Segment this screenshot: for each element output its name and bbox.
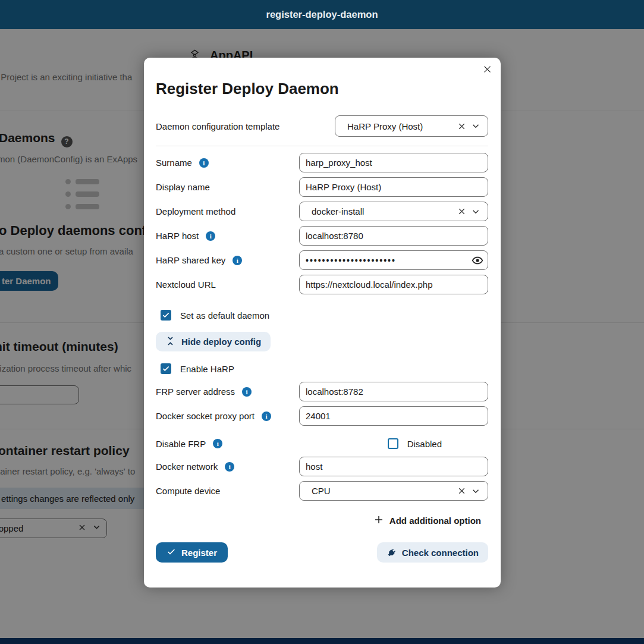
template-row: Daemon configuration template HaRP Proxy… [156,115,488,137]
chevron-down-icon[interactable] [469,205,483,219]
disable-frp-row: Disable FRPi Disabled [156,438,488,449]
register-deploy-daemon-modal: Register Deploy Daemon Daemon configurat… [144,58,501,588]
clear-icon[interactable] [454,205,469,219]
chevron-down-icon[interactable] [469,484,483,498]
modal-title: Register Deploy Daemon [156,78,488,99]
display-name-label: Display name [156,182,210,192]
info-icon[interactable]: i [233,256,242,265]
top-header-bar: register-deploy-daemon [0,0,644,29]
info-icon[interactable]: i [225,462,234,472]
set-default-daemon-label[interactable]: Set as default daemon [180,310,269,321]
docker-network-label: Docker network [156,461,218,472]
docker-socket-port-label: Docker socket proxy port [156,411,255,421]
plus-icon [373,514,384,527]
clear-icon[interactable] [454,119,469,133]
info-icon[interactable]: i [206,231,215,241]
page-title: register-deploy-daemon [266,9,378,20]
enable-harp-checkbox[interactable] [161,363,171,374]
compute-device-select[interactable]: CPU [299,481,488,501]
info-icon[interactable]: i [199,158,209,168]
harp-host-input[interactable] [299,226,488,246]
info-icon[interactable]: i [242,387,252,397]
deployment-method-label: Deployment method [156,206,235,216]
docker-network-row: Docker networki [156,457,488,476]
docker-socket-port-input[interactable] [299,406,488,426]
harp-host-row: HaRP hosti [156,226,488,246]
enable-harp-row: Enable HaRP [161,363,488,374]
collapse-icon [165,336,175,348]
deployment-method-select[interactable]: docker-install [299,202,488,221]
check-icon [167,547,176,558]
divider [156,146,488,146]
disabled-label[interactable]: Disabled [407,439,442,449]
nextcloud-url-row: Nextcloud URL [156,275,488,294]
harp-shared-key-row: HaRP shared keyi [156,250,488,270]
set-default-daemon-row: Set as default daemon [161,310,488,321]
show-password-eye-icon[interactable] [472,255,483,266]
clear-icon[interactable] [454,484,469,498]
surname-label: Surname [156,158,192,168]
nextcloud-url-label: Nextcloud URL [156,279,216,290]
template-select[interactable]: HaRP Proxy (Host) [335,115,488,137]
surname-input[interactable] [299,153,488,172]
harp-host-label: HaRP host [156,231,199,241]
plug-icon [384,545,398,560]
deployment-method-row: Deployment method docker-install [156,202,488,221]
info-icon[interactable]: i [213,439,222,448]
docker-socket-port-row: Docker socket proxy porti [156,406,488,426]
disable-frp-checkbox[interactable] [388,438,398,449]
set-default-daemon-checkbox[interactable] [161,310,171,321]
chevron-down-icon[interactable] [469,119,483,133]
display-name-row: Display name [156,177,488,197]
hide-deploy-config-button[interactable]: Hide deploy config [156,332,271,351]
compute-device-row: Compute device CPU [156,481,488,501]
harp-shared-key-label: HaRP shared key [156,255,225,265]
surname-row: Surnamei [156,153,488,172]
compute-device-label: Compute device [156,486,220,496]
nextcloud-url-input[interactable] [299,275,488,294]
enable-harp-label[interactable]: Enable HaRP [180,364,234,374]
frp-server-row: FRP server addressi [156,382,488,401]
info-icon[interactable]: i [262,411,271,421]
frp-server-input[interactable] [299,382,488,401]
docker-network-input[interactable] [299,457,488,476]
harp-shared-key-input[interactable] [299,250,488,270]
disable-frp-label: Disable FRP [156,439,206,449]
register-button[interactable]: Register [156,542,228,563]
add-additional-option-button[interactable]: Add additional option [373,514,481,527]
check-connection-button[interactable]: Check connection [377,542,488,563]
display-name-input[interactable] [299,177,488,197]
template-label: Daemon configuration template [156,121,279,131]
frp-server-label: FRP server address [156,387,235,397]
close-icon[interactable] [480,62,494,76]
